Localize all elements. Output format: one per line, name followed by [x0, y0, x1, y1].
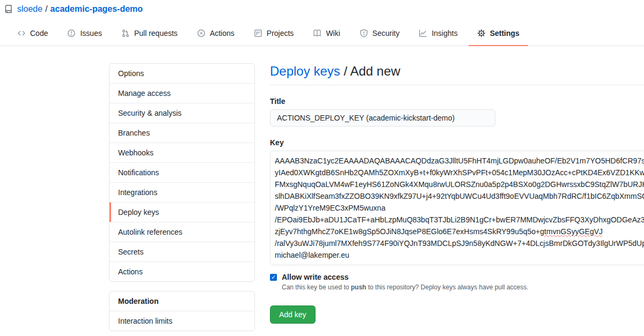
repo-header: sloede / academic-pages-demo	[0, 0, 644, 14]
play-icon	[197, 29, 206, 38]
breadcrumb-separator: /	[340, 64, 350, 78]
tab-label: Settings	[490, 29, 519, 38]
tab-settings[interactable]: Settings	[469, 21, 528, 46]
sidebar-item-integrations[interactable]: Integrations	[109, 182, 254, 202]
pull-request-icon	[121, 29, 130, 38]
key-line: /ralVy3uWJi78juml7MXfeh9S774F90iYQJnT93M…	[275, 237, 644, 249]
tab-code[interactable]: Code	[9, 21, 56, 46]
key-line: /EPOai9EbJb+aDU1JCaTF+aHbLzpMuQ83bqT3TJb…	[275, 214, 644, 226]
write-access-description: Can this key be used to push to this rep…	[282, 283, 644, 292]
sidebar-item-secrets[interactable]: Secrets	[109, 242, 254, 262]
sidebar-item-options[interactable]: Options	[109, 64, 254, 83]
page-title: Deploy keys / Add new	[270, 63, 644, 85]
repo-name-link[interactable]: academic-pages-demo	[50, 4, 143, 14]
repo-tab-nav: Code Issues Pull requests Actions	[0, 21, 644, 46]
tab-label: Pull requests	[134, 29, 178, 38]
key-line: AAAAB3NzaC1yc2EAAAADAQABAAACAQDdzaG3Jllt…	[275, 155, 644, 167]
key-line: zjEyv7hthgMhcZ7oKE1w8gSp5OJiN8JqseP8EGlo…	[275, 226, 644, 237]
tab-projects[interactable]: Projects	[245, 21, 303, 46]
key-line: yIAed0XWKgtdB6SnHb2QAMh5ZOXmXyB+t+f0kyWr…	[275, 167, 644, 178]
tab-issues[interactable]: Issues	[58, 21, 110, 46]
key-line: michael@lakemper.eu	[275, 249, 644, 261]
title-field-label: Title	[270, 97, 644, 106]
tab-label: Projects	[267, 29, 294, 38]
tab-label: Wiki	[326, 29, 340, 38]
settings-sidebar: Options Manage access Security & analysi…	[109, 63, 255, 331]
tab-label: Security	[372, 29, 400, 38]
key-textarea[interactable]: AAAAB3NzaC1yc2EAAAADAQABAAACAQDdzaG3Jllt…	[270, 151, 644, 265]
sidebar-item-deploy-keys[interactable]: Deploy keys	[109, 202, 254, 222]
issue-icon	[67, 29, 76, 38]
tab-label: Issues	[80, 29, 101, 38]
breadcrumb-current: Add new	[350, 64, 400, 78]
book-icon	[313, 29, 321, 38]
tab-label: Insights	[431, 29, 457, 38]
key-line: FMxsgNquqOaLVM4wF1eyHS61ZoNGk4XMqu8rwULO…	[275, 178, 644, 190]
tab-insights[interactable]: Insights	[410, 21, 466, 46]
write-access-checkbox[interactable]: ✓	[270, 274, 277, 281]
tab-pull-requests[interactable]: Pull requests	[113, 21, 186, 46]
sidebar-item-manage-access[interactable]: Manage access	[109, 83, 254, 103]
title-input[interactable]	[270, 109, 495, 126]
sidebar-item-actions[interactable]: Actions	[109, 262, 254, 281]
tab-label: Actions	[210, 29, 235, 38]
add-key-button[interactable]: Add key	[270, 305, 316, 324]
tab-actions[interactable]: Actions	[188, 21, 243, 46]
sidebar-item-interaction-limits[interactable]: Interaction limits	[109, 311, 254, 331]
code-icon	[17, 29, 26, 38]
sidebar-item-branches[interactable]: Branches	[109, 123, 254, 143]
settings-layout: Options Manage access Security & analysi…	[0, 46, 644, 334]
key-line: slhDABKiXlfSeam3fxZZOBO39KN9xfkZ97U+j4+9…	[275, 190, 644, 202]
key-field-label: Key	[270, 138, 644, 147]
key-line: /WPqlzY1YreM9EC3xPM5wuxna	[275, 202, 644, 214]
write-access-label[interactable]: Allow write access	[282, 273, 349, 281]
tab-wiki[interactable]: Wiki	[304, 21, 348, 46]
project-icon	[254, 29, 262, 38]
repo-icon	[4, 5, 13, 13]
tab-security[interactable]: Security	[351, 21, 408, 46]
repo-breadcrumb-separator: /	[45, 4, 47, 14]
graph-icon	[419, 29, 427, 38]
sidebar-item-security-analysis[interactable]: Security & analysis	[109, 103, 254, 123]
deploy-keys-breadcrumb-link[interactable]: Deploy keys	[270, 64, 340, 78]
repo-owner-link[interactable]: sloede	[17, 4, 42, 14]
sidebar-item-autolink-references[interactable]: Autolink references	[109, 222, 254, 242]
write-access-row: ✓ Allow write access	[270, 273, 644, 281]
key-line-text: zjEyv7hthgMhcZ7oKE1w8gSp5OJiN8JqseP8EGlo…	[275, 227, 540, 236]
tab-label: Code	[30, 29, 48, 38]
settings-menu: Options Manage access Security & analysi…	[109, 63, 255, 282]
key-line-spellcheck-segment: gtmvnGSyyGEgVJ	[540, 227, 603, 236]
sidebar-item-notifications[interactable]: Notifications	[109, 162, 254, 182]
moderation-menu: Moderation Interaction limits	[109, 291, 255, 331]
deploy-key-form: Deploy keys / Add new Title Key AAAAB3Nz…	[270, 63, 644, 334]
gear-icon	[477, 29, 486, 38]
sidebar-item-webhooks[interactable]: Webhooks	[109, 143, 254, 162]
shield-icon	[360, 29, 368, 38]
push-emphasis: push	[351, 283, 367, 291]
moderation-header: Moderation	[109, 292, 254, 311]
